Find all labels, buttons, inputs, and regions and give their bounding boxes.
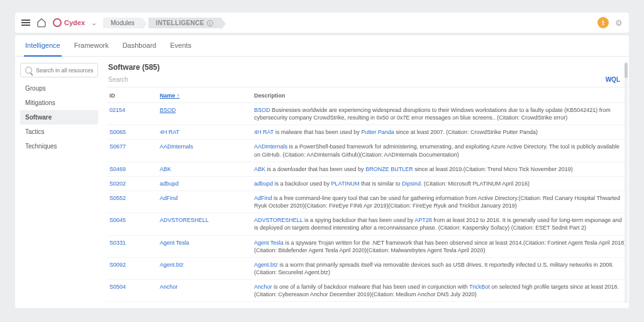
table-row: S0469ABKABK is a downloader that has bee… <box>107 162 629 176</box>
description-cell: AdFind is a free command-line query tool… <box>252 191 629 213</box>
sidebar-item-groups[interactable]: Groups <box>20 81 98 96</box>
table-row: S0677AADInternalsAADInternals is a Power… <box>107 140 629 162</box>
info-icon[interactable]: i <box>207 20 213 26</box>
inline-link[interactable]: adbupd <box>254 180 273 187</box>
breadcrumb-modules[interactable]: Modules <box>103 18 142 28</box>
table-row: S0331Agent TeslaAgent Tesla is a spyware… <box>107 235 629 257</box>
sidebar-item-software[interactable]: Software <box>20 110 98 125</box>
inline-link[interactable]: BSOD <box>254 107 270 113</box>
search-icon <box>25 67 32 74</box>
sidebar-item-tactics[interactable]: Tactics <box>20 125 98 139</box>
main-panel: Software (585) Search WQL ID Name ↑ Desc… <box>103 57 629 308</box>
sidebar-item-mitigations[interactable]: Mitigations <box>20 96 98 110</box>
filter-input[interactable]: Search <box>108 76 128 83</box>
scrollbar[interactable] <box>625 62 628 303</box>
table-row: S0092Agent.btzAgent.btz is a worm that p… <box>107 257 629 279</box>
inline-link[interactable]: ABK <box>254 166 265 172</box>
id-link[interactable]: S0045 <box>109 217 126 223</box>
page-title: Software (585) <box>107 63 629 72</box>
id-link[interactable]: S0092 <box>109 262 126 268</box>
chevron-down-icon[interactable]: ⌄ <box>91 19 97 27</box>
name-link[interactable]: ADVSTORESHELL <box>160 217 209 223</box>
inline-link[interactable]: Anchor <box>254 284 272 290</box>
search-field[interactable] <box>36 67 93 74</box>
inline-link[interactable]: Dipsind <box>402 180 421 187</box>
left-panel: GroupsMitigationsSoftwareTacticsTechniqu… <box>15 57 103 308</box>
top-bar: Cydex ⌄ Modules INTELLIGENCEi t ⚙ <box>15 13 629 33</box>
software-table: ID Name ↑ Description 02154BSODBSOD Busi… <box>107 89 629 302</box>
avatar[interactable]: t <box>597 17 609 28</box>
side-nav: GroupsMitigationsSoftwareTacticsTechniqu… <box>20 81 98 153</box>
col-desc[interactable]: Description <box>252 89 629 103</box>
inline-link[interactable]: Putter Panda <box>361 129 394 135</box>
name-link[interactable]: BSOD <box>160 107 176 113</box>
breadcrumb-intelligence[interactable]: INTELLIGENCEi <box>148 18 221 28</box>
description-cell: BSOD Businesses worldwide are experienci… <box>252 103 629 125</box>
table-row: S0504AnchorAnchor is one of a family of … <box>107 280 629 302</box>
id-link[interactable]: S0202 <box>109 180 126 187</box>
name-link[interactable]: AdFind <box>160 195 178 201</box>
inline-link[interactable]: BRONZE BUTLER <box>365 166 413 172</box>
col-id[interactable]: ID <box>107 89 157 103</box>
table-row: S0552AdFindAdFind is a free command-line… <box>107 191 629 213</box>
id-link[interactable]: S0331 <box>109 240 126 246</box>
name-link[interactable]: Agent Tesla <box>160 240 189 246</box>
description-cell: adbupd is a backdoor used by PLATINUM th… <box>252 176 629 191</box>
table-row: S0045ADVSTORESHELLADVSTORESHELL is a spy… <box>107 213 629 235</box>
sort-asc-icon: ↑ <box>177 92 180 99</box>
inline-link[interactable]: 4H RAT <box>254 129 274 135</box>
name-link[interactable]: ABK <box>160 166 171 172</box>
main-card: IntelligenceFrameworkDashboardEvents Gro… <box>15 35 629 308</box>
home-icon[interactable] <box>36 18 47 28</box>
description-cell: 4H RAT is malware that has been used by … <box>252 125 629 140</box>
inline-link[interactable]: TrickBot <box>469 284 490 290</box>
tab-dashboard[interactable]: Dashboard <box>121 35 158 56</box>
col-name[interactable]: Name ↑ <box>157 89 252 103</box>
id-link[interactable]: S0504 <box>109 284 126 290</box>
brand-logo[interactable]: Cydex <box>53 18 85 27</box>
inline-link[interactable]: PLATINUM <box>331 180 360 187</box>
description-cell: Agent.btz is a worm that primarily sprea… <box>252 257 629 279</box>
table-row: 02154BSODBSOD Businesses worldwide are e… <box>107 103 629 125</box>
table-row: S00654H RAT4H RAT is malware that has be… <box>107 125 629 140</box>
id-link[interactable]: S0065 <box>109 129 126 135</box>
name-link[interactable]: Anchor <box>160 284 178 290</box>
search-input[interactable] <box>20 63 98 77</box>
inline-link[interactable]: AADInternals <box>254 143 287 150</box>
tab-events[interactable]: Events <box>169 35 193 56</box>
tab-bar: IntelligenceFrameworkDashboardEvents <box>15 35 629 57</box>
description-cell: ABK is a downloader that has been used b… <box>252 162 629 176</box>
name-link[interactable]: adbupd <box>160 180 179 187</box>
inline-link[interactable]: ADVSTORESHELL <box>254 217 303 223</box>
id-link[interactable]: S0677 <box>109 143 126 150</box>
id-link[interactable]: S0552 <box>109 195 126 201</box>
inline-link[interactable]: Agent Tesla <box>254 240 284 246</box>
brand-text: Cydex <box>64 19 85 26</box>
description-cell: Agent Tesla is a spyware Trojan written … <box>252 235 629 257</box>
id-link[interactable]: S0469 <box>109 166 126 172</box>
description-cell: AADInternals is a PowerShell-based frame… <box>252 140 629 162</box>
description-cell: ADVSTORESHELL is a spying backdoor that … <box>252 213 629 235</box>
sidebar-item-techniques[interactable]: Techniques <box>20 139 98 153</box>
description-cell: Anchor is one of a family of backdoor ma… <box>252 280 629 302</box>
tab-intelligence[interactable]: Intelligence <box>24 35 62 57</box>
inline-link[interactable]: AdFind <box>254 195 272 201</box>
tab-framework[interactable]: Framework <box>73 35 110 56</box>
id-link[interactable]: 02154 <box>109 107 125 113</box>
inline-link[interactable]: Agent.btz <box>254 262 278 268</box>
name-link[interactable]: AADInternals <box>160 143 193 150</box>
inline-link[interactable]: APT28 <box>414 217 432 223</box>
menu-icon[interactable] <box>21 19 30 26</box>
name-link[interactable]: 4H RAT <box>160 129 179 135</box>
name-link[interactable]: Agent.btz <box>160 262 184 268</box>
table-row: S0202adbupdadbupd is a backdoor used by … <box>107 176 629 191</box>
gear-icon[interactable]: ⚙ <box>615 18 623 28</box>
